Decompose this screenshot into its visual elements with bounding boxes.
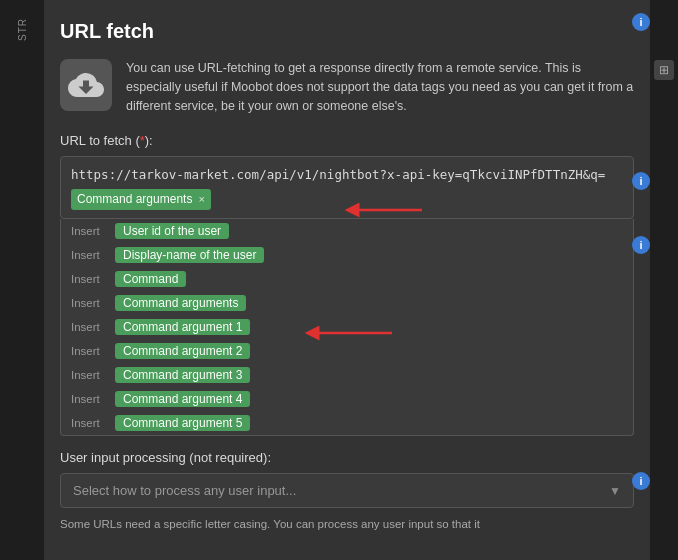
command-arguments-item-tag[interactable]: Command arguments	[115, 295, 246, 311]
chevron-down-icon: ▼	[609, 484, 621, 498]
display-name-tag[interactable]: Display-name of the user	[115, 247, 264, 263]
url-input-wrapper: https://tarkov-market.com/api/v1/nightbo…	[60, 156, 634, 436]
cmd-arg-2-tag[interactable]: Command argument 2	[115, 343, 250, 359]
dropdown-list: Insert User id of the user Insert Displa…	[60, 219, 634, 436]
url-field-label: URL to fetch (*):	[60, 133, 634, 148]
list-item[interactable]: Insert User id of the user	[61, 219, 633, 243]
main-panel: URL fetch You can use URL-fetching to ge…	[44, 0, 650, 560]
sidebar-label: STR	[17, 18, 28, 41]
page-title: URL fetch	[60, 20, 634, 43]
left-sidebar: STR	[0, 0, 44, 560]
bottom-note: Some URLs need a specific letter casing.…	[60, 518, 634, 530]
info-button-description[interactable]: i	[632, 13, 650, 31]
list-item[interactable]: Insert Display-name of the user	[61, 243, 633, 267]
user-input-select[interactable]: Select how to process any user input... …	[60, 473, 634, 508]
user-id-tag[interactable]: User id of the user	[115, 223, 229, 239]
right-sidebar: ⊞	[650, 0, 678, 560]
description-box: You can use URL-fetching to get a respon…	[60, 59, 634, 115]
cmd-arg-4-tag[interactable]: Command argument 4	[115, 391, 250, 407]
user-input-label: User input processing (not required):	[60, 450, 634, 465]
command-tag[interactable]: Command	[115, 271, 186, 287]
cmd-arg-5-tag[interactable]: Command argument 5	[115, 415, 250, 431]
right-icon-grid[interactable]: ⊞	[654, 60, 674, 80]
command-arguments-tag[interactable]: Command arguments×	[71, 189, 211, 210]
cmd-arg-3-tag[interactable]: Command argument 3	[115, 367, 250, 383]
user-input-section: User input processing (not required): Se…	[60, 450, 634, 508]
list-item[interactable]: Insert Command argument 5	[61, 411, 633, 435]
select-placeholder: Select how to process any user input...	[73, 483, 296, 498]
url-text: https://tarkov-market.com/api/v1/nightbo…	[71, 165, 605, 185]
list-item[interactable]: Insert Command argument 2	[61, 339, 633, 363]
cmd-arg-1-tag[interactable]: Command argument 1	[115, 319, 250, 335]
info-button-select[interactable]: i	[632, 472, 650, 490]
info-button-dropdown[interactable]: i	[632, 236, 650, 254]
url-input-container[interactable]: https://tarkov-market.com/api/v1/nightbo…	[60, 156, 634, 219]
cloud-download-icon	[60, 59, 112, 111]
description-text: You can use URL-fetching to get a respon…	[126, 59, 634, 115]
list-item[interactable]: Insert Command argument 1	[61, 315, 633, 339]
list-item[interactable]: Insert Command	[61, 267, 633, 291]
list-item[interactable]: Insert Command argument 3	[61, 363, 633, 387]
info-button-url[interactable]: i	[632, 172, 650, 190]
list-item[interactable]: Insert Command arguments	[61, 291, 633, 315]
tag-close-button[interactable]: ×	[198, 191, 204, 209]
list-item[interactable]: Insert Command argument 4	[61, 387, 633, 411]
